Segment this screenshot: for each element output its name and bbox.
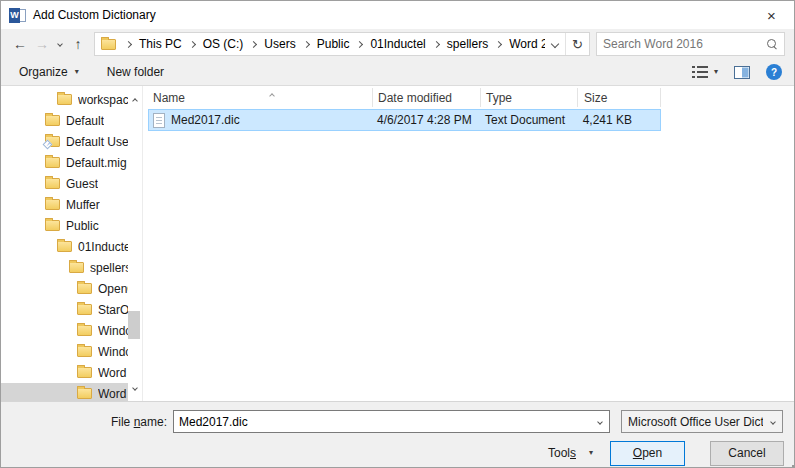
text-document-icon [153,113,165,128]
folder-icon [45,220,60,231]
main-area: workspaceDefault→Default UserDefault.mig… [1,86,794,401]
up-button[interactable]: ↑ [67,32,89,56]
folder-icon [77,304,92,315]
tree-item[interactable]: workspace [1,89,128,110]
search-input[interactable] [603,37,767,51]
search-icon[interactable] [767,39,778,50]
folder-icon [57,241,72,252]
window-title: Add Custom Dictionary [33,8,156,22]
column-header-type[interactable]: Type [481,88,578,107]
tree-item[interactable]: →Default User [1,131,128,152]
file-name-label: File name: [1,415,167,429]
tree-item[interactable]: Default.mig [1,152,128,173]
tree-item[interactable]: Window [1,320,128,341]
tree-item-label: Window [98,324,128,338]
file-date-modified: 4/6/2017 4:28 PM [373,113,481,127]
tools-menu-button[interactable]: Tools ▾ [548,446,593,460]
folder-icon [77,283,92,294]
scroll-up-icon[interactable] [133,92,137,106]
title-bar: W Add Custom Dictionary × [1,1,794,29]
preview-pane-button[interactable] [734,66,750,79]
breadcrumb-segment[interactable]: Users [261,37,298,51]
chevron-right-icon [299,42,314,47]
folder-icon [45,157,60,168]
folder-tree: workspaceDefault→Default UserDefault.mig… [1,86,143,401]
breadcrumb-segment[interactable]: Word 2016 [506,37,545,51]
tree-item[interactable]: Muffer [1,194,128,215]
tree-item[interactable]: Window [1,341,128,362]
breadcrumb-segment[interactable]: OS (C:) [200,37,247,51]
tree-item[interactable]: Default [1,110,128,131]
file-row[interactable]: Med2017.dic 4/6/2017 4:28 PM Text Docume… [148,109,661,131]
tree-item-label: Default User [66,135,128,149]
dialog-footer: File name: Microsoft Office User Diction… [1,401,794,467]
change-view-button[interactable]: ▾ [692,66,718,78]
chevron-right-icon [352,42,367,47]
address-dropdown-chevron-icon[interactable] [545,41,565,47]
file-name-dropdown-chevron-icon[interactable] [590,411,609,432]
tree-item[interactable]: 01Inductel [1,236,128,257]
tree-item-label: 01Inductel [78,240,128,254]
folder-icon [77,388,92,399]
file-type-dropdown[interactable]: Microsoft Office User Dictionar [621,410,783,433]
tree-item[interactable]: Word 2 [1,383,128,401]
forward-button: → [31,32,53,56]
help-button[interactable]: ? [766,64,782,80]
tree-item-label: workspace [78,93,128,107]
tree-item[interactable]: Word 2 [1,362,128,383]
new-folder-button[interactable]: New folder [107,65,164,79]
folder-icon [45,178,60,189]
breadcrumb-segment[interactable]: 01Inductel [367,37,428,51]
tree-item-label: Muffer [66,198,100,212]
tree-item-label: Window [98,345,128,359]
column-header-date-modified[interactable]: Date modified [373,88,481,107]
file-name: Med2017.dic [171,113,240,127]
tree-item-label: Guest [66,177,98,191]
tree-item[interactable]: Guest [1,173,128,194]
refresh-button[interactable]: ↻ [566,33,589,55]
dropdown-arrow-icon: ▾ [75,68,79,76]
file-list: Name Date modified Type Size Med2017.dic… [143,86,794,401]
resize-grip[interactable] [788,461,790,463]
breadcrumb-segment[interactable]: This PC [136,37,185,51]
close-button[interactable]: × [749,1,794,29]
tree-scrollbar-thumb[interactable] [128,311,140,339]
open-button[interactable]: Open [610,441,685,466]
file-type-value: Microsoft Office User Dictionar [622,415,763,429]
tree-item-label: StarOff [98,303,128,317]
back-button[interactable]: ← [9,32,31,56]
column-header-size[interactable]: Size [578,88,661,107]
file-type-chevron-icon [763,411,782,432]
file-name-input[interactable] [174,415,590,429]
folder-icon: → [45,136,60,147]
cancel-button[interactable]: Cancel [710,441,784,466]
address-row: ← → ↑ This PCOS (C:)UsersPublic01Inducte… [1,29,794,59]
column-header-name[interactable]: Name [148,88,373,107]
folder-icon [77,325,92,336]
tree-item-label: spellers [90,261,128,275]
scroll-down-icon[interactable] [133,379,137,393]
search-box[interactable] [596,32,785,56]
tree-item[interactable]: OpenO [1,278,128,299]
sort-ascending-icon [270,87,274,101]
folder-icon [45,199,60,210]
address-bar[interactable]: This PCOS (C:)UsersPublic01Inductelspell… [94,32,590,56]
tree-item[interactable]: Public [1,215,128,236]
chevron-right-icon [246,42,261,47]
tree-item[interactable]: StarOff [1,299,128,320]
new-folder-label: New folder [107,65,164,79]
chevron-right-icon [185,42,200,47]
dropdown-arrow-icon: ▾ [589,449,593,457]
organize-menu-button[interactable]: Organize ▾ [19,65,79,79]
column-headers: Name Date modified Type Size [148,86,794,109]
file-size: 4,241 KB [578,113,660,127]
breadcrumb-segment[interactable]: spellers [444,37,491,51]
recent-locations-chevron-icon[interactable] [53,32,67,56]
file-type: Text Document [481,113,578,127]
folder-icon [45,115,60,126]
tree-item[interactable]: spellers [1,257,128,278]
breadcrumb-segment[interactable]: Public [314,37,353,51]
folder-icon [77,367,92,378]
command-bar: Organize ▾ New folder ▾ [1,59,794,86]
file-name-combo[interactable] [173,410,610,433]
